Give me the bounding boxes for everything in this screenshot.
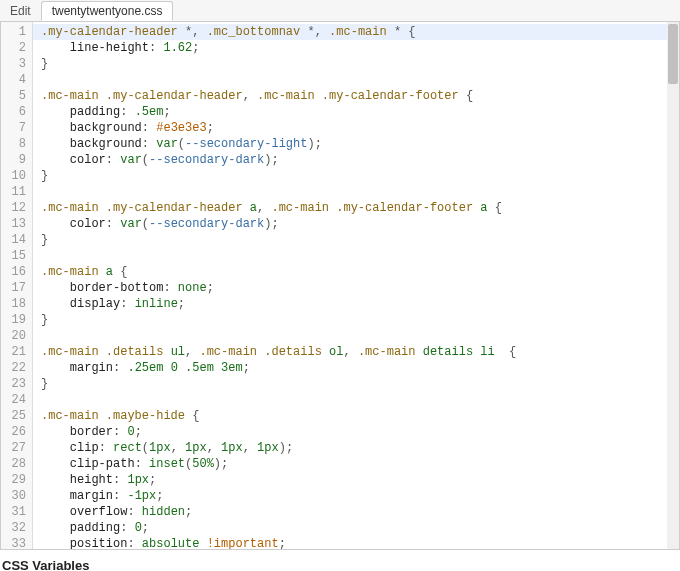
line-number: 15: [1, 248, 32, 264]
line-number: 29: [1, 472, 32, 488]
line-number: 16: [1, 264, 32, 280]
code-line[interactable]: .mc-main a {: [41, 264, 667, 280]
code-line[interactable]: position: absolute !important;: [41, 536, 667, 549]
code-line[interactable]: border: 0;: [41, 424, 667, 440]
line-number: 19: [1, 312, 32, 328]
line-number: 20: [1, 328, 32, 344]
code-line[interactable]: }: [41, 376, 667, 392]
line-number: 32: [1, 520, 32, 536]
line-number: 13: [1, 216, 32, 232]
code-line[interactable]: background: #e3e3e3;: [41, 120, 667, 136]
code-line[interactable]: [41, 248, 667, 264]
line-number: 4: [1, 72, 32, 88]
code-line[interactable]: .mc-main .details ul, .mc-main .details …: [41, 344, 667, 360]
line-number: 12: [1, 200, 32, 216]
line-number: 7: [1, 120, 32, 136]
section-heading-css-variables: CSS Variables: [0, 550, 680, 571]
line-number: 2: [1, 40, 32, 56]
line-number: 21: [1, 344, 32, 360]
code-line[interactable]: padding: .5em;: [41, 104, 667, 120]
code-line[interactable]: .mc-main .my-calendar-header, .mc-main .…: [41, 88, 667, 104]
tab-bar: Edit twentytwentyone.css: [0, 0, 680, 22]
code-line[interactable]: [41, 184, 667, 200]
line-number: 5: [1, 88, 32, 104]
code-line[interactable]: margin: .25em 0 .5em 3em;: [41, 360, 667, 376]
scrollbar-vertical[interactable]: [667, 22, 679, 549]
scroll-thumb[interactable]: [668, 24, 678, 84]
line-number: 26: [1, 424, 32, 440]
line-number: 3: [1, 56, 32, 72]
code-line[interactable]: }: [41, 168, 667, 184]
code-line[interactable]: .mc-main .maybe-hide {: [41, 408, 667, 424]
line-number: 1: [1, 24, 32, 40]
code-line[interactable]: [41, 72, 667, 88]
code-line[interactable]: display: inline;: [41, 296, 667, 312]
code-line[interactable]: [41, 392, 667, 408]
code-line[interactable]: }: [41, 232, 667, 248]
code-line[interactable]: border-bottom: none;: [41, 280, 667, 296]
code-editor[interactable]: 1234567891011121314151617181920212223242…: [0, 22, 680, 550]
tab-file[interactable]: twentytwentyone.css: [41, 1, 174, 21]
code-line[interactable]: .my-calendar-header *, .mc_bottomnav *, …: [33, 24, 667, 40]
line-number-gutter: 1234567891011121314151617181920212223242…: [1, 22, 33, 549]
code-line[interactable]: clip-path: inset(50%);: [41, 456, 667, 472]
code-line[interactable]: }: [41, 312, 667, 328]
line-number: 18: [1, 296, 32, 312]
code-line[interactable]: color: var(--secondary-dark);: [41, 152, 667, 168]
code-line[interactable]: [41, 328, 667, 344]
code-line[interactable]: height: 1px;: [41, 472, 667, 488]
edit-menu[interactable]: Edit: [0, 2, 41, 20]
line-number: 10: [1, 168, 32, 184]
line-number: 31: [1, 504, 32, 520]
code-line[interactable]: .mc-main .my-calendar-header a, .mc-main…: [41, 200, 667, 216]
code-line[interactable]: margin: -1px;: [41, 488, 667, 504]
line-number: 17: [1, 280, 32, 296]
code-line[interactable]: padding: 0;: [41, 520, 667, 536]
line-number: 28: [1, 456, 32, 472]
line-number: 27: [1, 440, 32, 456]
line-number: 9: [1, 152, 32, 168]
line-number: 23: [1, 376, 32, 392]
line-number: 30: [1, 488, 32, 504]
line-number: 14: [1, 232, 32, 248]
code-line[interactable]: overflow: hidden;: [41, 504, 667, 520]
code-line[interactable]: clip: rect(1px, 1px, 1px, 1px);: [41, 440, 667, 456]
line-number: 33: [1, 536, 32, 550]
code-line[interactable]: color: var(--secondary-dark);: [41, 216, 667, 232]
code-line[interactable]: background: var(--secondary-light);: [41, 136, 667, 152]
line-number: 8: [1, 136, 32, 152]
code-line[interactable]: line-height: 1.62;: [41, 40, 667, 56]
code-area[interactable]: .my-calendar-header *, .mc_bottomnav *, …: [33, 22, 667, 549]
line-number: 6: [1, 104, 32, 120]
code-line[interactable]: }: [41, 56, 667, 72]
line-number: 22: [1, 360, 32, 376]
line-number: 24: [1, 392, 32, 408]
line-number: 11: [1, 184, 32, 200]
line-number: 25: [1, 408, 32, 424]
